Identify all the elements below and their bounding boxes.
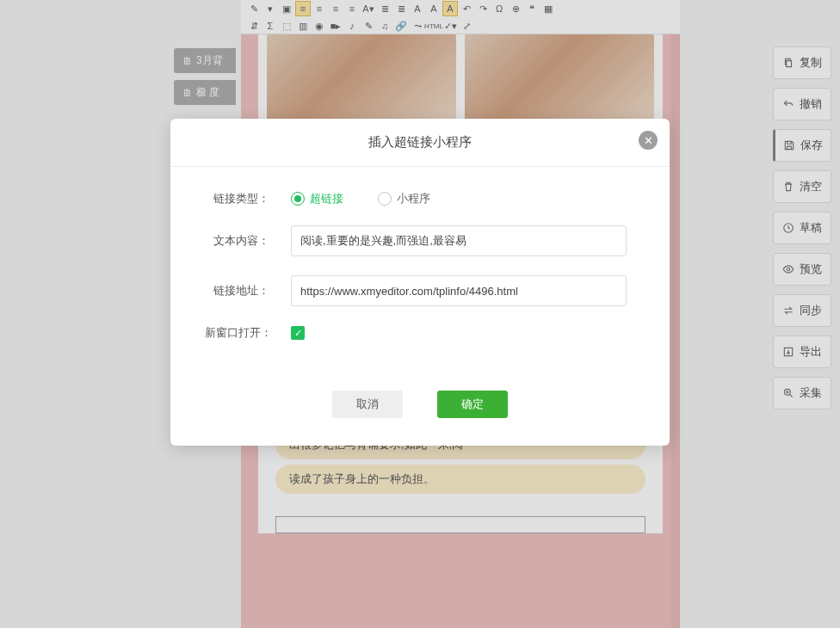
link-type-label: 链接类型： — [213, 191, 291, 206]
ok-button[interactable]: 确定 — [437, 391, 508, 418]
radio-hyperlink[interactable]: 超链接 — [291, 191, 343, 206]
modal-title: 插入超链接小程序 — [170, 119, 670, 167]
radio-dot-icon — [291, 192, 305, 206]
text-content-input[interactable] — [291, 225, 627, 256]
close-icon[interactable]: ✕ — [639, 131, 658, 150]
link-addr-input[interactable] — [291, 275, 627, 306]
text-content-label: 文本内容： — [213, 233, 291, 249]
radio-miniapp[interactable]: 小程序 — [378, 191, 430, 206]
new-window-checkbox[interactable]: ✓ — [291, 326, 305, 340]
link-addr-label: 链接地址： — [213, 283, 291, 299]
cancel-button[interactable]: 取消 — [332, 391, 403, 418]
new-window-label: 新窗口打开： — [205, 325, 291, 341]
radio-dot-icon — [378, 192, 392, 206]
insert-link-modal: 插入超链接小程序 ✕ 链接类型： 超链接 小程序 文本内容： — [170, 119, 670, 446]
radio-label: 小程序 — [397, 191, 430, 206]
modal-overlay[interactable]: 插入超链接小程序 ✕ 链接类型： 超链接 小程序 文本内容： — [0, 0, 840, 628]
radio-label: 超链接 — [310, 191, 343, 206]
